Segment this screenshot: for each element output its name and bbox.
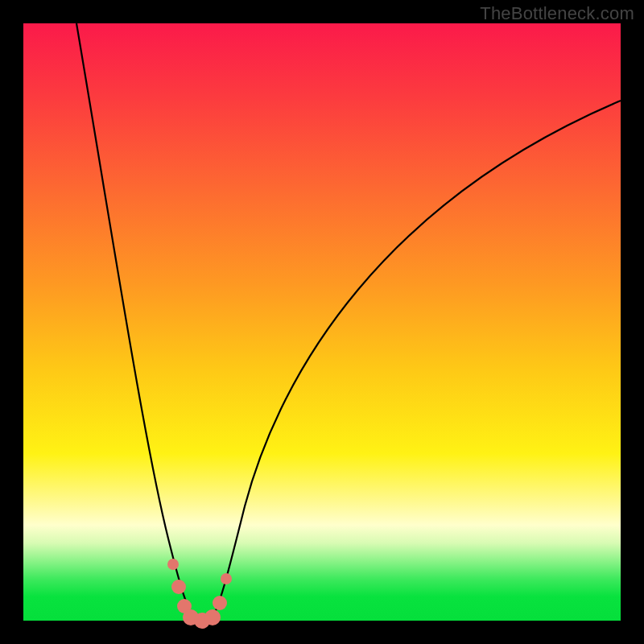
valley-dot bbox=[204, 609, 221, 625]
valley-dot bbox=[213, 596, 227, 610]
right-curve bbox=[213, 101, 621, 617]
valley-dot bbox=[167, 559, 179, 570]
chart-svg bbox=[23, 23, 621, 621]
valley-dot bbox=[221, 573, 232, 584]
left-curve bbox=[76, 23, 204, 619]
chart-frame: TheBottleneck.com bbox=[0, 0, 644, 644]
watermark-text: TheBottleneck.com bbox=[480, 3, 634, 24]
valley-dot bbox=[171, 580, 186, 594]
